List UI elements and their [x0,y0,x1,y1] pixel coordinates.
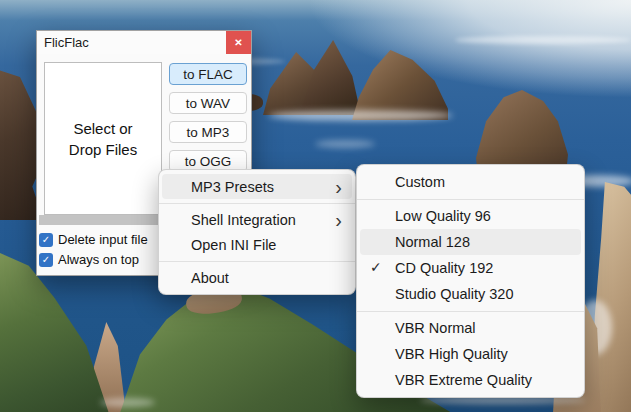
menu-item-label: VBR High Quality [395,346,508,362]
drop-area-text: Drop Files [69,139,137,160]
menu-item-label: About [191,270,229,286]
drop-area-text: Select or [69,118,137,139]
menu-item-label: MP3 Presets [191,179,274,195]
foam [268,110,453,121]
checkmark-icon: ✓ [370,259,382,275]
checkbox-always-on-top[interactable]: ✓ Always on top [39,252,139,267]
submenu-item-custom[interactable]: Custom [360,169,581,195]
checkbox-checked-icon: ✓ [39,233,53,247]
close-button[interactable]: ✕ [226,31,251,54]
title-bar[interactable]: FlicFlac ✕ [37,31,251,54]
submenu-item-cd-quality-192[interactable]: ✓ CD Quality 192 [360,255,581,281]
menu-separator [159,203,355,204]
to-mp3-button[interactable]: to MP3 [169,121,247,143]
menu-item-label: Studio Quality 320 [395,286,514,302]
chevron-right-icon: › [335,213,342,227]
menu-item-label: Custom [395,174,445,190]
foam [100,398,155,407]
menu-item-open-ini-file[interactable]: Open INI File [162,232,352,257]
checkbox-label: Delete input file [58,232,148,247]
checkbox-delete-input-file[interactable]: ✓ Delete input file [39,232,148,247]
wave-streak [455,36,631,44]
mp3-presets-submenu: Custom Low Quality 96 Normal 128 ✓ CD Qu… [356,164,585,398]
menu-item-label: Shell Integration [191,212,296,228]
menu-item-mp3-presets[interactable]: MP3 Presets › [162,174,352,199]
file-drop-area[interactable]: Select or Drop Files [44,62,162,215]
menu-separator [357,311,584,312]
to-wav-button[interactable]: to WAV [169,92,247,114]
checkbox-label: Always on top [58,252,139,267]
menu-item-label: VBR Normal [395,320,476,336]
menu-item-label: Open INI File [191,237,276,253]
context-menu: MP3 Presets › Shell Integration › Open I… [158,169,356,295]
foam [315,140,375,148]
menu-item-label: Normal 128 [395,234,470,250]
submenu-item-vbr-high-quality[interactable]: VBR High Quality [360,341,581,367]
submenu-item-low-quality-96[interactable]: Low Quality 96 [360,203,581,229]
chevron-right-icon: › [335,180,342,194]
menu-item-shell-integration[interactable]: Shell Integration › [162,207,352,232]
submenu-item-vbr-normal[interactable]: VBR Normal [360,315,581,341]
checkbox-checked-icon: ✓ [39,253,53,267]
menu-item-label: Low Quality 96 [395,208,491,224]
menu-separator [159,261,355,262]
menu-separator [357,199,584,200]
menu-item-label: CD Quality 192 [395,260,493,276]
close-icon: ✕ [234,37,242,48]
window-title: FlicFlac [44,35,89,50]
to-flac-button[interactable]: to FLAC [169,63,247,85]
submenu-item-vbr-extreme-quality[interactable]: VBR Extreme Quality [360,367,581,393]
desktop: FlicFlac ✕ Select or Drop Files to FLAC … [0,0,631,412]
submenu-item-studio-quality-320[interactable]: Studio Quality 320 [360,281,581,307]
submenu-item-normal-128[interactable]: Normal 128 [360,229,581,255]
menu-item-label: VBR Extreme Quality [395,372,532,388]
menu-item-about[interactable]: About [162,265,352,290]
